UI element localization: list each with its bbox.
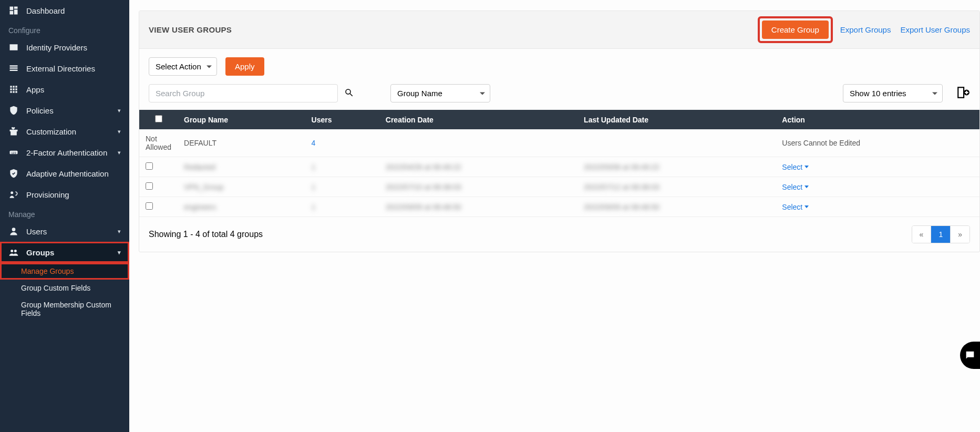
chevron-down-icon: ▾ [118, 249, 121, 256]
sidebar-item-identity-providers[interactable]: Identity Providers [0, 37, 129, 58]
right-controls: Show 10 entries [843, 84, 970, 102]
col-users[interactable]: Users [305, 110, 379, 129]
pagination: « 1 » [912, 225, 970, 243]
svg-point-4 [11, 250, 13, 252]
sidebar-item-provisioning[interactable]: Provisioning [0, 184, 129, 205]
sidebar-label: Customization [26, 127, 76, 136]
main-content: VIEW USER GROUPS Create Group Export Gro… [129, 0, 980, 432]
shield-check-icon [8, 168, 19, 179]
sidebar-item-policies[interactable]: Policies ▾ [0, 100, 129, 121]
pager-page-1[interactable]: 1 [931, 226, 950, 243]
sidebar-label: External Directories [26, 64, 95, 73]
groups-table: Group Name Users Creation Date Last Upda… [139, 110, 979, 217]
export-groups-link[interactable]: Export Groups [840, 25, 891, 34]
sidebar-sub-manage-groups[interactable]: Manage Groups [0, 263, 129, 280]
row-action-text: Users Cannot be Edited [776, 129, 979, 157]
svg-text:123: 123 [11, 151, 16, 155]
table-header: Group Name Users Creation Date Last Upda… [139, 110, 979, 129]
row-action-select[interactable]: Select [782, 163, 809, 171]
cell-users: 1 [312, 183, 316, 191]
chevron-down-icon: ▾ [118, 107, 121, 114]
cell-creation-date: 2022/04/26 at 06:49:22 [386, 163, 461, 171]
sidebar-item-external-directories[interactable]: External Directories [0, 58, 129, 79]
sidebar-label: Dashboard [26, 6, 65, 15]
sidebar-label: Identity Providers [26, 43, 87, 52]
sidebar-label: Apps [26, 85, 44, 94]
groups-icon [8, 247, 19, 258]
pager-next[interactable]: » [950, 226, 969, 243]
sidebar-label: Policies [26, 106, 54, 115]
cell-last-updated: 2022/09/09 at 08:48:50 [584, 203, 659, 211]
add-column-icon[interactable] [956, 86, 970, 101]
select-action-dropdown[interactable]: Select Action [149, 57, 217, 76]
sidebar-item-dashboard[interactable]: Dashboard [0, 0, 129, 21]
row-checkbox-disabled: Not Allowed [139, 129, 178, 157]
sidebar-sub-group-membership-custom-fields[interactable]: Group Membership Custom Fields [0, 296, 129, 322]
create-group-highlight: Create Group [760, 18, 831, 41]
group-name-filter-wrap: Group Name [390, 84, 490, 102]
select-all-checkbox[interactable] [155, 115, 162, 122]
show-entries-dropdown[interactable]: Show 10 entries [843, 84, 943, 102]
pager-prev[interactable]: « [912, 226, 931, 243]
sidebar-label: Provisioning [26, 190, 69, 199]
shield-icon [8, 105, 19, 116]
apps-icon [8, 84, 19, 95]
cell-last-updated: 2022/05/06 at 06:49:22 [584, 163, 659, 171]
sidebar-label: Users [26, 227, 47, 236]
sidebar-sub-group-custom-fields[interactable]: Group Custom Fields [0, 280, 129, 296]
svg-point-5 [14, 250, 17, 252]
group-name-filter-dropdown[interactable]: Group Name [390, 84, 490, 102]
user-sync-icon [8, 189, 19, 200]
sidebar-item-2fa[interactable]: 123 2-Factor Authentication ▾ [0, 142, 129, 163]
sidebar-label: Groups [26, 248, 54, 257]
chevron-down-icon: ▾ [118, 149, 121, 156]
sidebar-item-apps[interactable]: Apps [0, 79, 129, 100]
panel-actions: Create Group Export Groups Export User G… [760, 18, 970, 41]
chevron-down-icon: ▾ [118, 128, 121, 135]
search-group-input[interactable] [149, 84, 338, 102]
col-action: Action [776, 110, 979, 129]
chevron-down-icon: ▾ [118, 228, 121, 235]
table-footer: Showing 1 - 4 of total 4 groups « 1 » [139, 217, 979, 252]
page-title: VIEW USER GROUPS [149, 25, 232, 34]
search-group-wrap [149, 84, 354, 102]
row-action-select[interactable]: Select [782, 203, 809, 211]
cell-group-name: Redacted [184, 163, 215, 171]
caret-down-icon [804, 205, 809, 208]
panel-view-user-groups: VIEW USER GROUPS Create Group Export Gro… [139, 11, 980, 252]
sidebar-item-groups[interactable]: Groups ▾ [0, 242, 129, 263]
sidebar-section-configure: Configure [0, 21, 129, 37]
sidebar-label: 2-Factor Authentication [26, 148, 107, 157]
svg-line-7 [350, 94, 353, 96]
caret-down-icon [804, 186, 809, 188]
row-checkbox[interactable] [146, 202, 153, 210]
svg-point-3 [12, 228, 16, 231]
table-row: Not AllowedDEFAULT4Users Cannot be Edite… [139, 129, 979, 157]
list-icon [8, 63, 19, 74]
col-group-name[interactable]: Group Name [178, 110, 305, 129]
search-icon[interactable] [344, 88, 354, 99]
toolbar-row-1: Select Action Apply [139, 49, 979, 84]
create-group-button[interactable]: Create Group [762, 20, 829, 39]
cell-group-name: VPN_Group [184, 183, 223, 191]
table-body: Not AllowedDEFAULT4Users Cannot be Edite… [139, 129, 979, 217]
row-checkbox[interactable] [146, 182, 153, 190]
col-creation-date[interactable]: Creation Date [379, 110, 577, 129]
dashboard-icon [8, 5, 19, 16]
cell-group-name: engineers [184, 203, 216, 211]
pin-icon: 123 [8, 147, 19, 158]
table-row: VPN_Group12022/07/10 at 08:38:032022/07/… [139, 177, 979, 197]
svg-rect-8 [958, 87, 964, 98]
col-last-updated[interactable]: Last Updated Date [577, 110, 776, 129]
sidebar-item-adaptive-auth[interactable]: Adaptive Authentication [0, 163, 129, 184]
row-action-select[interactable]: Select [782, 183, 809, 191]
row-checkbox[interactable] [146, 162, 153, 170]
cell-users[interactable]: 4 [312, 139, 316, 147]
export-user-groups-link[interactable]: Export User Groups [900, 25, 970, 34]
cell-creation-date: 2022/07/10 at 08:38:03 [386, 183, 461, 191]
sidebar-item-users[interactable]: Users ▾ [0, 221, 129, 242]
sidebar-section-manage: Manage [0, 205, 129, 221]
apply-button[interactable]: Apply [225, 57, 264, 76]
gift-icon [8, 126, 19, 137]
sidebar-item-customization[interactable]: Customization ▾ [0, 121, 129, 142]
